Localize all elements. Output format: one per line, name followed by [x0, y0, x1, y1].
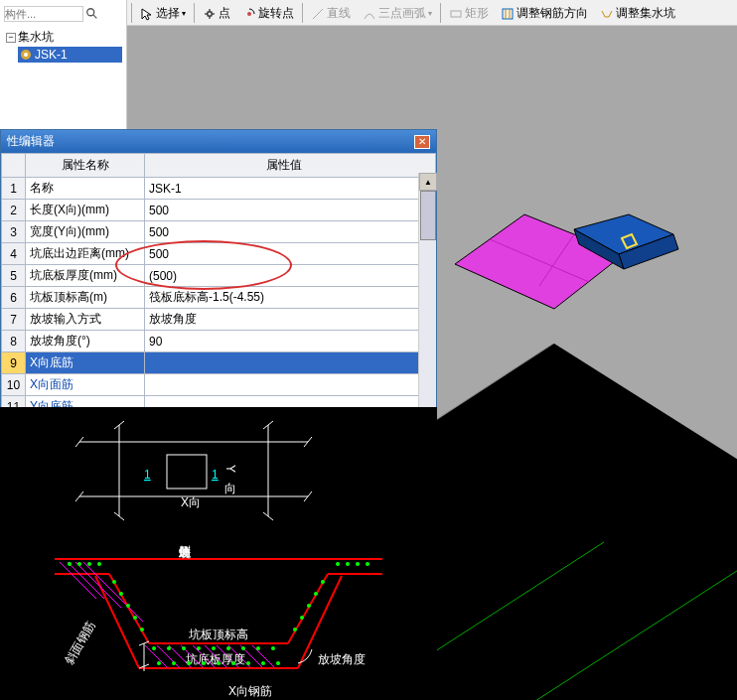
svg-point-90 — [157, 661, 161, 665]
row-number: 1 — [2, 178, 26, 200]
svg-rect-38 — [167, 455, 207, 489]
property-value[interactable]: JSK-1 — [145, 178, 436, 200]
svg-point-98 — [276, 661, 280, 665]
scroll-thumb[interactable] — [420, 191, 436, 240]
adjust-pit-tool[interactable]: 调整集水坑 — [596, 3, 679, 24]
toolbar: 选择 ▾ 点 旋转点 直线 三点画弧 ▾ 矩形 调整钢筋方向 — [127, 0, 737, 26]
property-row[interactable]: 8放坡角度(°)90 — [2, 331, 436, 352]
property-editor-dialog: 性编辑器 ✕ 属性名称 属性值 1名称JSK-12长度(X向)(mm)5003宽… — [0, 129, 437, 441]
svg-line-46 — [109, 574, 149, 643]
svg-point-73 — [77, 562, 81, 566]
cursor-icon — [140, 7, 154, 21]
svg-line-53 — [68, 562, 104, 599]
select-tool[interactable]: 选择 ▾ — [136, 3, 190, 24]
svg-rect-12 — [503, 9, 513, 19]
property-row[interactable]: 10X向面筋 — [2, 374, 436, 396]
dialog-title: 性编辑器 — [7, 133, 55, 150]
pit-icon — [600, 7, 614, 21]
property-value[interactable]: 筏板底标高-1.5(-4.55) — [145, 287, 436, 309]
svg-point-99 — [293, 628, 297, 631]
svg-point-91 — [172, 661, 176, 665]
property-value[interactable]: 放坡角度 — [145, 309, 436, 331]
svg-text:X向: X向 — [181, 495, 201, 509]
row-number: 5 — [2, 265, 26, 287]
property-value[interactable]: 500 — [145, 243, 436, 265]
property-row[interactable]: 5坑底板厚度(mm)(500) — [2, 265, 436, 287]
scrollbar[interactable]: ▲ ▼ — [418, 173, 436, 440]
row-number: 3 — [2, 221, 26, 243]
property-row[interactable]: 4坑底出边距离(mm)500 — [2, 243, 436, 265]
property-value[interactable]: 500 — [145, 221, 436, 243]
svg-rect-4 — [208, 12, 212, 16]
svg-point-72 — [68, 562, 72, 566]
svg-point-95 — [231, 661, 235, 665]
svg-point-96 — [246, 661, 250, 665]
dropdown-arrow-icon: ▾ — [428, 9, 432, 18]
svg-point-104 — [336, 562, 340, 566]
svg-point-3 — [24, 53, 28, 57]
svg-point-92 — [187, 661, 191, 665]
point-tool[interactable]: 点 — [199, 3, 234, 24]
property-row[interactable]: 3宽度(Y向)(mm)500 — [2, 221, 436, 243]
property-value[interactable] — [145, 374, 436, 396]
property-value[interactable]: (500) — [145, 265, 436, 287]
search-input[interactable] — [4, 6, 83, 22]
col-rownum — [2, 154, 26, 178]
property-row[interactable]: 2长度(X向)(mm)500 — [2, 200, 436, 221]
svg-text:Y向: Y向 — [223, 465, 237, 494]
svg-point-87 — [241, 646, 245, 650]
tree-parent-label: 集水坑 — [18, 29, 54, 46]
adjust-rebar-tool[interactable]: 调整钢筋方向 — [497, 3, 592, 24]
svg-point-0 — [87, 9, 94, 16]
pivot-tool[interactable]: 旋转点 — [238, 3, 298, 24]
pivot-icon — [242, 7, 256, 21]
svg-point-74 — [87, 562, 91, 566]
property-row[interactable]: 6坑板顶标高(m)筏板底标高-1.5(-4.55) — [2, 287, 436, 309]
dialog-titlebar[interactable]: 性编辑器 ✕ — [1, 130, 436, 153]
svg-point-100 — [300, 616, 304, 620]
svg-text:1: 1 — [144, 468, 151, 482]
property-row[interactable]: 9X向底筋 — [2, 352, 436, 374]
dropdown-arrow-icon: ▾ — [182, 9, 186, 18]
property-value[interactable]: 500 — [145, 200, 436, 221]
line-tool[interactable]: 直线 — [307, 3, 355, 24]
row-number: 6 — [2, 287, 26, 309]
svg-point-88 — [256, 646, 260, 650]
arc-tool[interactable]: 三点画弧 ▾ — [359, 3, 436, 24]
property-row[interactable]: 1名称JSK-1 — [2, 178, 436, 200]
arc-icon — [363, 7, 376, 21]
collapse-icon[interactable]: − — [6, 33, 16, 43]
property-row[interactable]: 7放坡输入方式放坡角度 — [2, 309, 436, 331]
line-icon — [311, 7, 325, 21]
model-3d — [455, 165, 693, 363]
scroll-up-icon[interactable]: ▲ — [419, 173, 437, 191]
svg-point-75 — [97, 562, 101, 566]
svg-rect-11 — [451, 11, 461, 17]
row-number: 8 — [2, 331, 26, 352]
svg-point-106 — [356, 562, 360, 566]
property-value[interactable] — [145, 352, 436, 374]
svg-point-76 — [112, 580, 116, 584]
svg-point-103 — [321, 580, 325, 584]
property-value[interactable]: 90 — [145, 331, 436, 352]
row-number: 7 — [2, 309, 26, 331]
property-name: X向底筋 — [26, 352, 145, 374]
svg-point-79 — [133, 616, 137, 620]
property-name: 坑板顶标高(m) — [26, 287, 145, 309]
tree-node-parent[interactable]: − 集水坑 — [4, 28, 122, 47]
col-name: 属性名称 — [26, 154, 145, 178]
svg-point-93 — [202, 661, 206, 665]
svg-point-81 — [152, 646, 156, 650]
row-number: 4 — [2, 243, 26, 265]
rebar-icon — [501, 7, 515, 21]
svg-point-84 — [197, 646, 201, 650]
property-name: 坑底板厚度(mm) — [26, 265, 145, 287]
close-button[interactable]: ✕ — [414, 135, 430, 149]
search-icon[interactable] — [85, 7, 99, 21]
property-name: 长度(X向)(mm) — [26, 200, 145, 221]
row-number: 2 — [2, 200, 26, 221]
rect-tool[interactable]: 矩形 — [445, 3, 493, 24]
svg-line-52 — [60, 562, 96, 599]
svg-point-94 — [217, 661, 221, 665]
tree-node-child[interactable]: JSK-1 — [18, 47, 122, 63]
